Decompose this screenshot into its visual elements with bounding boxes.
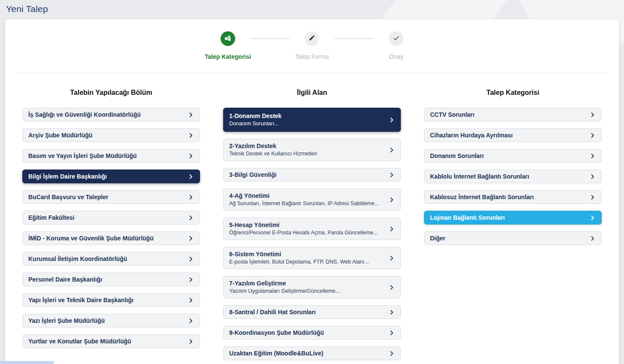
list-item-sublabel: Ağ Sorunları, İnternet Bağlantı Sorunlar… <box>229 200 379 206</box>
category-icon <box>224 34 232 43</box>
list-item-text: 4-Ağ Yönetimi Ağ Sorunları, İnternet Bağ… <box>229 192 379 206</box>
list-item[interactable]: Personel Daire Başkanlığı <box>22 273 200 286</box>
list-item-text: Kablolu İnternet Bağlantı Sorunları <box>430 173 529 180</box>
list-item[interactable]: Arşiv Şube Müdürlüğü <box>22 128 200 142</box>
list-item[interactable]: Diğer <box>424 231 602 245</box>
list-item-label: Arşiv Şube Müdürlüğü <box>28 132 92 139</box>
step-circle <box>389 31 403 46</box>
list-item-label: Donanım Sorunları <box>430 152 484 159</box>
list-item[interactable]: Yazı İşleri Şube Müdürlüğü <box>22 314 200 328</box>
list-item-text: Cihazların Hurdaya Ayrılması <box>430 132 513 139</box>
column-title: Talep Kategorisi <box>424 89 602 97</box>
list-item-label: 1-Donanım Destek <box>229 112 282 119</box>
column-title: Talebin Yapılacağı Bölüm <box>22 89 200 97</box>
stepper: Talep Kategorisi Talep Formu <box>5 31 619 60</box>
chevron-right-icon <box>188 318 194 324</box>
list-item-label: Yurtlar ve Konutlar Şube Müdürlüğü <box>28 338 131 345</box>
list-item-sublabel: Teknik Destek ve Kullanıcı Hizmetleri <box>229 151 317 157</box>
column-title: İlgili Alan <box>223 89 401 97</box>
list-item-label: Personel Daire Başkanlığı <box>28 276 102 283</box>
list-item-label: Lojman Bağlantı Sorunları <box>430 214 505 221</box>
chevron-right-icon <box>388 147 395 153</box>
list-item-label: Kablolu İnternet Bağlantı Sorunları <box>430 173 529 180</box>
list-item-label: Yapı İşleri ve Teknik Daire Başkanlığı <box>28 297 133 303</box>
list-item[interactable]: İMİD - Koruma ve Güvenlik Şube Müdürlüğü <box>22 231 200 245</box>
list-item[interactable]: 3-Bilgi Güvenliği <box>223 168 401 182</box>
list-item[interactable]: 8-Santral / Dahili Hat Sorunları <box>223 305 401 319</box>
horizontal-scrollbar-thumb[interactable] <box>0 361 54 364</box>
list-item-label: Diğer <box>430 235 445 242</box>
chevron-right-icon <box>188 215 194 221</box>
list-item-label: CCTV Sorunları <box>430 111 474 118</box>
list-item-text: 9-Koordinasyon Şube Müdürlüğü <box>229 329 324 336</box>
list-item[interactable]: 5-Hesap Yönetimi Öğrenci/Personel E-Post… <box>223 218 401 240</box>
list-item[interactable]: Yapı İşleri ve Teknik Daire Başkanlığı <box>22 293 200 307</box>
page-title: Yeni Talep <box>6 4 624 14</box>
chevron-right-icon <box>188 112 194 118</box>
list-item-text: 1-Donanım Destek Donanım Sorunları... <box>229 112 282 127</box>
chevron-right-icon <box>388 309 395 315</box>
step-circle <box>305 31 319 46</box>
step-onay[interactable]: Onay <box>370 31 423 60</box>
chevron-right-icon <box>388 284 395 291</box>
list-item[interactable]: Yurtlar ve Konutlar Şube Müdürlüğü <box>22 334 200 348</box>
list-item[interactable]: Bilgi İşlem Daire Başkanlığı <box>22 170 200 183</box>
list-item[interactable]: Lojman Bağlantı Sorunları <box>424 211 602 224</box>
list-item-sublabel: E-posta İşlemleri, Bulut Depolama, FTP, … <box>229 259 369 265</box>
list-item-label: 7-Yazılım Geliştirme <box>229 280 340 287</box>
list-item-label: BuCard Başvuru ve Talepler <box>28 194 108 200</box>
chevron-right-icon <box>188 297 194 303</box>
main-card: Talep Kategorisi Talep Formu <box>5 19 619 364</box>
list-item[interactable]: 1-Donanım Destek Donanım Sorunları... <box>223 108 401 132</box>
step-talep-kategorisi[interactable]: Talep Kategorisi <box>201 31 254 60</box>
list-item[interactable]: Donanım Sorunları <box>424 149 602 163</box>
list-item[interactable]: İş Sağlığı ve Güvenliği Koordinatörlüğü <box>22 108 200 121</box>
list-item-text: Basım ve Yayın İşleri Şube Müdürlüğü <box>28 152 137 159</box>
list-item-sublabel: Yazılım Uygulamaları Geliştirme/Güncelle… <box>229 288 340 294</box>
chevron-right-icon <box>188 153 194 159</box>
list-item[interactable]: Kurumsal İletişim Koordinatörlüğü <box>22 252 200 266</box>
list-item-label: 5-Hesap Yönetimi <box>229 221 378 228</box>
list-item[interactable]: Kablosuz İnternet Bağlantı Sorunları <box>424 190 602 204</box>
list-item-text: BuCard Başvuru ve Talepler <box>28 194 108 200</box>
chevron-right-icon <box>589 153 596 159</box>
list-item[interactable]: Basım ve Yayın İşleri Şube Müdürlüğü <box>22 149 200 163</box>
chevron-right-icon <box>388 226 395 232</box>
list-item[interactable]: CCTV Sorunları <box>424 108 602 121</box>
list-item-label: Uzaktan Eğitim (Moodle&BuLive) <box>229 350 323 357</box>
column-list: CCTV Sorunları Cihazların Hurdaya Ayrılm… <box>424 108 602 245</box>
chevron-right-icon <box>589 112 596 118</box>
pencil-icon <box>309 34 315 43</box>
divider <box>16 73 608 73</box>
list-item-text: İMİD - Koruma ve Güvenlik Şube Müdürlüğü <box>28 235 154 242</box>
chevron-right-icon <box>388 197 395 203</box>
chevron-right-icon <box>188 235 194 242</box>
list-item[interactable]: Cihazların Hurdaya Ayrılması <box>424 128 602 142</box>
list-item-label: Cihazların Hurdaya Ayrılması <box>430 132 513 139</box>
check-icon <box>393 34 400 43</box>
list-item[interactable]: 6-Sistem Yönetimi E-posta İşlemleri, Bul… <box>223 247 401 269</box>
list-item-label: Yazı İşleri Şube Müdürlüğü <box>28 317 105 324</box>
list-item-text: Yazı İşleri Şube Müdürlüğü <box>28 317 105 324</box>
list-item[interactable]: 2-Yazılım Destek Teknik Destek ve Kullan… <box>223 139 401 161</box>
list-item[interactable]: Kablolu İnternet Bağlantı Sorunları <box>424 170 602 183</box>
list-item[interactable]: BuCard Başvuru ve Talepler <box>22 190 200 204</box>
chevron-right-icon <box>188 173 194 180</box>
list-item-text: Lojman Bağlantı Sorunları <box>430 214 505 221</box>
list-item[interactable]: 9-Koordinasyon Şube Müdürlüğü <box>223 326 401 340</box>
list-item-text: Yurtlar ve Konutlar Şube Müdürlüğü <box>28 338 131 345</box>
list-item-text: Uzaktan Eğitim (Moodle&BuLive) <box>229 350 323 357</box>
list-item-text: Personel Daire Başkanlığı <box>28 276 102 283</box>
chevron-right-icon <box>589 235 596 242</box>
list-item[interactable]: 4-Ağ Yönetimi Ağ Sorunları, İnternet Bağ… <box>223 188 401 211</box>
list-item[interactable]: Eğitim Fakültesi <box>22 211 200 224</box>
list-item-sublabel: Donanım Sorunları... <box>229 121 282 127</box>
chevron-right-icon <box>188 256 194 262</box>
chevron-right-icon <box>589 215 596 221</box>
chevron-right-icon <box>388 330 395 336</box>
list-item-label: Bilgi İşlem Daire Başkanlığı <box>28 173 107 180</box>
list-item[interactable]: 7-Yazılım Geliştirme Yazılım Uygulamalar… <box>223 276 401 298</box>
list-item[interactable]: Uzaktan Eğitim (Moodle&BuLive) <box>223 346 401 360</box>
step-connector <box>250 38 290 39</box>
step-talep-formu[interactable]: Talep Formu <box>285 31 339 60</box>
